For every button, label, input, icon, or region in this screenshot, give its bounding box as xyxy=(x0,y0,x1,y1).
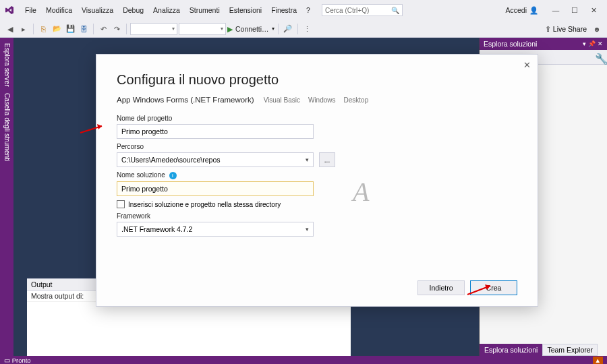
minimize-button[interactable]: — xyxy=(546,3,565,17)
svg-marker-1 xyxy=(97,124,102,129)
tag-platform: Windows xyxy=(308,96,336,104)
browse-button[interactable]: ... xyxy=(319,152,335,167)
maximize-button[interactable]: ☐ xyxy=(565,3,584,17)
undo-button[interactable]: ↶ xyxy=(97,23,109,35)
feedback-button[interactable]: ☻ xyxy=(591,23,603,35)
label-solution-name: Nome soluzione i xyxy=(117,171,517,179)
connect-label: Connetti… xyxy=(235,25,269,33)
nav-back-button[interactable]: ◀ xyxy=(4,23,16,35)
title-bar: File Modifica Visualizza Debug Analizza … xyxy=(0,0,607,20)
sign-in-link[interactable]: Accedi 👤 xyxy=(501,6,542,15)
search-icon: 🔍 xyxy=(391,7,399,14)
template-name: App Windows Forms (.NET Framework) xyxy=(117,96,254,104)
left-dock: Esplora server Casella degli strumenti xyxy=(0,38,13,356)
save-button[interactable]: 💾 xyxy=(64,23,76,35)
wrench-icon[interactable]: 🔧 xyxy=(595,53,604,62)
editor-area: Output Mostra output di: ✕ Configura il … xyxy=(13,38,479,356)
close-window-button[interactable]: ✕ xyxy=(584,3,603,17)
info-icon[interactable]: i xyxy=(169,172,177,179)
nav-fwd-button[interactable]: ▸ xyxy=(18,23,30,35)
svg-line-0 xyxy=(80,126,102,133)
label-project-name: Nome del progetto xyxy=(117,115,517,122)
menu-analyze[interactable]: Analizza xyxy=(148,4,185,16)
toolbox-tab[interactable]: Casella degli strumenti xyxy=(2,90,12,164)
same-directory-checkbox[interactable]: Inserisci soluzione e progetto nella ste… xyxy=(117,200,517,208)
status-window-icon: ▭ xyxy=(4,357,10,364)
tag-type: Desktop xyxy=(344,96,369,104)
menu-bar: File Modifica Visualizza Debug Analizza … xyxy=(20,4,315,16)
status-bar: ▭ Pronto ▲ xyxy=(0,356,607,364)
menu-view[interactable]: Visualizza xyxy=(77,4,118,16)
menu-edit[interactable]: Modifica xyxy=(41,4,77,16)
label-framework: Framework xyxy=(117,212,517,220)
find-in-files-button[interactable]: 🔎 xyxy=(282,23,294,35)
framework-combo[interactable]: .NET Framework 4.7.2 xyxy=(117,222,314,237)
tab-team-explorer[interactable]: Team Explorer xyxy=(542,344,598,356)
status-ready: Pronto xyxy=(12,357,31,364)
start-connect-button[interactable]: ▶ Connetti… ▾ xyxy=(227,25,274,33)
solution-platform-combo[interactable] xyxy=(179,23,226,35)
menu-help[interactable]: ? xyxy=(301,4,315,16)
checkbox-label: Inserisci soluzione e progetto nella ste… xyxy=(128,201,281,208)
back-button[interactable]: Indietro xyxy=(417,280,465,295)
menu-file[interactable]: File xyxy=(20,4,41,16)
play-icon: ▶ xyxy=(227,25,233,33)
path-combo[interactable]: C:\Users\Amedeo\source\repos xyxy=(117,152,314,167)
user-icon: 👤 xyxy=(529,6,538,15)
quick-search-input[interactable]: Cerca (Ctrl+Q) 🔍 xyxy=(322,4,403,16)
dialog-title: Configura il nuovo progetto xyxy=(117,72,517,88)
pane-pin-icon[interactable]: 📌 xyxy=(588,40,596,47)
menu-window[interactable]: Finestra xyxy=(266,4,301,16)
create-button[interactable]: Crea xyxy=(470,280,517,295)
sign-in-label: Accedi xyxy=(505,6,527,14)
watermark: A xyxy=(353,176,369,208)
output-source-label: Mostra output di: xyxy=(31,292,84,300)
share-icon: ⇪ xyxy=(545,25,551,33)
new-project-button[interactable]: ⎘ xyxy=(37,23,49,35)
save-all-button[interactable]: 🗄 xyxy=(78,23,90,35)
search-placeholder: Cerca (Ctrl+Q) xyxy=(325,7,369,14)
solution-name-input[interactable] xyxy=(117,181,314,196)
menu-debug[interactable]: Debug xyxy=(118,4,148,16)
project-name-input[interactable] xyxy=(117,124,314,139)
solution-config-combo[interactable] xyxy=(130,23,177,35)
label-path: Percorso xyxy=(117,143,517,150)
live-share-button[interactable]: ⇪Live Share xyxy=(545,25,587,33)
checkbox-box xyxy=(117,200,125,208)
redo-button[interactable]: ↷ xyxy=(111,23,123,35)
tag-lang: Visual Basic xyxy=(264,96,300,104)
vs-logo-icon xyxy=(4,5,15,16)
menu-extensions[interactable]: Estensioni xyxy=(225,4,266,16)
menu-tools[interactable]: Strumenti xyxy=(185,4,225,16)
main-area: Esplora server Casella degli strumenti O… xyxy=(0,38,607,356)
open-file-button[interactable]: 📂 xyxy=(51,23,63,35)
standard-toolbar: ◀ ▸ ⎘ 📂 💾 🗄 ↶ ↷ ▶ Connetti… ▾ 🔎 ⋮ ⇪Live … xyxy=(0,20,607,38)
comment-button[interactable]: ⋮ xyxy=(301,23,314,35)
template-tags: Visual Basic Windows Desktop xyxy=(264,96,369,104)
pane-dropdown-icon[interactable]: ▾ xyxy=(583,40,586,47)
pane-close-icon[interactable]: ✕ xyxy=(598,40,603,47)
notifications-icon[interactable]: ▲ xyxy=(593,357,603,364)
server-explorer-tab[interactable]: Esplora server xyxy=(2,40,12,89)
tab-solution-explorer[interactable]: Esplora soluzioni xyxy=(480,344,542,356)
dialog-close-button[interactable]: ✕ xyxy=(523,60,531,70)
new-project-dialog: ✕ Configura il nuovo progetto App Window… xyxy=(96,54,538,307)
annotation-arrow-1 xyxy=(79,122,106,135)
solution-explorer-title: Esplora soluzioni xyxy=(484,40,537,48)
